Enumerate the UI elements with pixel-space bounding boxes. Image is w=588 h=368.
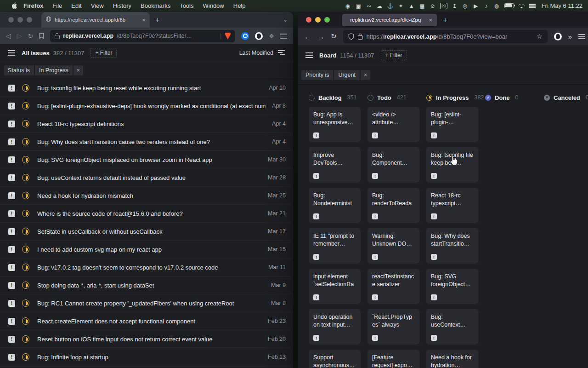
issue-row[interactable]: React 18-rc typescript definitions Apr 4 xyxy=(0,115,293,133)
menu-help[interactable]: Help xyxy=(229,2,250,9)
app-menu-icon[interactable] xyxy=(8,50,15,56)
tab-close-icon[interactable]: × xyxy=(429,17,432,23)
status-in-progress-icon[interactable] xyxy=(22,138,29,145)
board-card[interactable]: reactTestInstance serializer xyxy=(368,269,419,304)
priority-urgent-icon[interactable] xyxy=(313,132,319,138)
brave-shield-icon[interactable] xyxy=(225,33,231,40)
widgets-icon[interactable]: ▦ xyxy=(419,3,425,9)
status-in-progress-icon[interactable] xyxy=(22,246,29,253)
menu-edit[interactable]: Edit xyxy=(67,2,86,9)
issue-row[interactable]: Bug: tsconfig file keep being reset whil… xyxy=(0,79,293,97)
onepassword-icon[interactable]: ⊘ xyxy=(430,3,436,9)
board-card[interactable]: `React.PropTypes` always warns ab xyxy=(368,309,419,345)
priority-urgent-icon[interactable] xyxy=(431,294,437,300)
issue-row[interactable]: SetState in useCallback or without useCa… xyxy=(0,223,293,241)
status-in-progress-icon[interactable] xyxy=(22,299,29,307)
status-in-progress-icon[interactable] xyxy=(22,120,29,127)
menu-bookmarks[interactable]: Bookmarks xyxy=(136,2,175,9)
status-in-progress-icon[interactable] xyxy=(22,102,29,109)
priority-urgent-icon[interactable] xyxy=(8,85,15,92)
right-browser-tab[interactable]: replidraw2.vercel.app/d/c-iZpq × xyxy=(342,14,437,26)
board-card[interactable]: Warning: Unknown DO… xyxy=(368,228,419,264)
status-in-progress-icon[interactable] xyxy=(22,174,29,181)
notification-icon[interactable]: ◍ xyxy=(494,3,500,9)
add-filter-button[interactable]: + Filter xyxy=(90,48,117,58)
status-in-progress-icon[interactable] xyxy=(22,210,29,217)
bookmark-icon[interactable] xyxy=(39,33,44,39)
menu-history[interactable]: History xyxy=(108,2,136,9)
control-center-icon[interactable] xyxy=(529,4,536,8)
issue-row[interactable]: Need a hook for hydration mismatch Mar 2… xyxy=(0,187,293,205)
priority-urgent-icon[interactable] xyxy=(372,173,378,179)
tab-close-icon[interactable]: × xyxy=(142,17,146,23)
board-card[interactable]: Undo operation on text input… xyxy=(309,309,361,345)
github-extension-icon[interactable] xyxy=(255,32,263,40)
board-card[interactable]: Bug: renderToReadab xyxy=(368,188,419,223)
board-card[interactable]: React 18-rc typescript… xyxy=(426,188,478,223)
priority-urgent-icon[interactable] xyxy=(8,336,15,343)
board-card[interactable]: Bug: Component… xyxy=(368,147,419,183)
menu-view[interactable]: View xyxy=(86,2,108,9)
issue-row[interactable]: I need to add custom svg map on my react… xyxy=(0,241,293,259)
chip-close-icon[interactable]: × xyxy=(74,65,83,75)
priority-urgent-icon[interactable] xyxy=(431,132,437,138)
record-icon[interactable]: ◉ xyxy=(345,3,351,9)
menu-firefox[interactable]: Firefox xyxy=(19,2,48,9)
status-in-progress-icon[interactable] xyxy=(22,264,29,271)
issue-row[interactable]: Bug: v17.0.2 tag doesn't seem to corresp… xyxy=(0,259,293,276)
status-filter-chip[interactable]: Status is In Progress × xyxy=(4,65,83,75)
priority-urgent-icon[interactable] xyxy=(8,210,15,217)
board-card[interactable]: input element `setSelectionRa xyxy=(309,269,361,304)
back-icon[interactable]: ◁ xyxy=(6,32,11,40)
board-card[interactable]: <video /> attribute… xyxy=(368,107,419,142)
battery-icon[interactable] xyxy=(504,3,514,8)
priority-urgent-icon[interactable] xyxy=(8,318,15,325)
status-in-progress-icon[interactable] xyxy=(22,228,29,235)
apple-menu-icon[interactable] xyxy=(11,2,17,9)
board-card[interactable]: [Feature request] expo… xyxy=(368,350,419,368)
board-card[interactable]: Bug: [eslint-plugin-… xyxy=(426,107,478,142)
priority-urgent-icon[interactable] xyxy=(313,213,319,219)
new-tab-button[interactable]: + xyxy=(155,16,160,24)
board-card[interactable]: Bug: Nondeterminist… xyxy=(309,188,361,223)
priority-urgent-icon[interactable] xyxy=(431,335,437,341)
back-icon[interactable]: ← xyxy=(304,33,311,40)
minimize-button[interactable] xyxy=(315,17,321,23)
priority-urgent-icon[interactable] xyxy=(372,132,378,138)
menu-window[interactable]: Window xyxy=(198,2,229,9)
priority-urgent-icon[interactable] xyxy=(8,192,15,199)
forward-icon[interactable]: → xyxy=(317,33,324,40)
priority-urgent-icon[interactable] xyxy=(313,173,319,179)
alfred-icon[interactable]: ▲ xyxy=(408,3,415,9)
tab-list-chevron-icon[interactable]: ⌄ xyxy=(283,17,288,23)
url-bar[interactable]: https:// repliear.vercel.app /d/8bTaoq7F… xyxy=(343,30,548,43)
forward-icon[interactable]: ▷ xyxy=(17,32,22,40)
priority-urgent-icon[interactable] xyxy=(372,335,378,341)
status-in-progress-icon[interactable] xyxy=(22,335,29,343)
priority-urgent-icon[interactable] xyxy=(372,213,378,219)
browser-menu-icon[interactable] xyxy=(280,34,287,39)
board-card[interactable]: Improve DevTools… xyxy=(309,147,361,183)
priority-urgent-icon[interactable] xyxy=(8,138,15,145)
issue-row[interactable]: Bug: useContext returns default instead … xyxy=(0,169,293,187)
issue-row[interactable]: Stop doing data-*, aria-*, start using d… xyxy=(0,276,293,294)
chip-close-icon[interactable]: × xyxy=(361,70,370,80)
onepassword-extension-icon[interactable] xyxy=(241,32,249,40)
left-browser-tab[interactable]: https://repliear.vercel.app/d/8b × xyxy=(41,12,150,28)
priority-urgent-icon[interactable] xyxy=(313,294,319,300)
bookmark-star-icon[interactable]: ☆ xyxy=(537,33,543,40)
reload-icon[interactable]: ↻ xyxy=(28,32,34,40)
menubar-clock[interactable]: Fri May 6 11:22 xyxy=(542,2,582,9)
board-card[interactable]: Bug: useContext… xyxy=(426,309,478,345)
priority-urgent-icon[interactable] xyxy=(431,254,437,260)
issue-row[interactable]: Bug: Why does startTransition cause two … xyxy=(0,133,293,151)
overflow-chevron-icon[interactable]: » xyxy=(568,33,572,40)
close-button[interactable] xyxy=(306,17,311,23)
zoom-button[interactable] xyxy=(324,17,330,23)
priority-urgent-icon[interactable] xyxy=(8,103,15,109)
priority-urgent-icon[interactable] xyxy=(313,254,319,260)
extensions-puzzle-icon[interactable]: ❖ xyxy=(269,33,274,40)
new-tab-button[interactable]: + xyxy=(443,16,447,24)
play-icon[interactable]: ▶ xyxy=(473,3,479,9)
status-in-progress-icon[interactable] xyxy=(22,353,29,361)
